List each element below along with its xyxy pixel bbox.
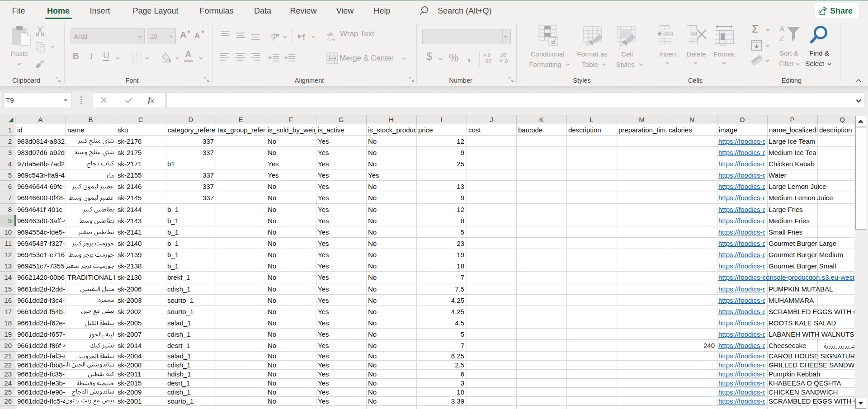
svg-text:ab: ab: [327, 31, 333, 37]
svg-text:c: c: [327, 37, 330, 42]
svg-text:.0: .0: [504, 58, 508, 64]
svg-text:.0: .0: [486, 52, 491, 58]
svg-text:.00: .00: [484, 58, 491, 64]
svg-text:.00: .00: [500, 52, 506, 58]
svg-text:ab: ab: [270, 32, 277, 39]
svg-text:Z: Z: [779, 34, 784, 43]
svg-text:A: A: [779, 25, 785, 33]
svg-text:¶: ¶: [302, 33, 306, 40]
